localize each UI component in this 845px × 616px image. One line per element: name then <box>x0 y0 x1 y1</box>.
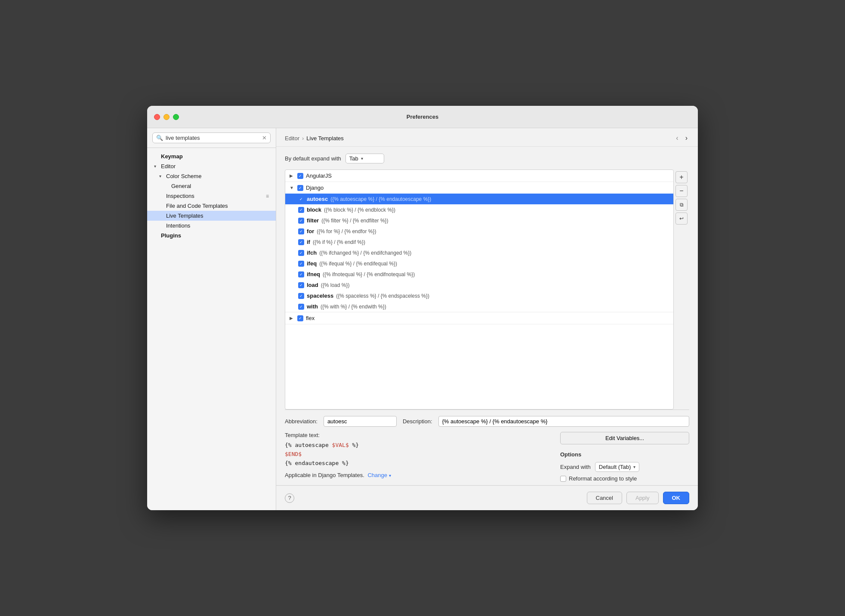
cancel-button[interactable]: Cancel <box>587 492 622 504</box>
expand-with-label: By default expand with <box>285 155 341 162</box>
minimize-button[interactable] <box>163 114 170 120</box>
search-input[interactable] <box>166 135 259 141</box>
template-row-ifneq[interactable]: ifneq ({% ifnotequal %} / {% endifnotequ… <box>285 269 673 280</box>
maximize-button[interactable] <box>173 114 179 120</box>
chevron-icon: ▾ <box>154 164 159 169</box>
close-button[interactable] <box>154 114 160 120</box>
template-row-autoesc[interactable]: autoesc ({% autoescape %} / {% endautoes… <box>285 194 673 204</box>
sidebar-item-label: General <box>171 183 191 189</box>
nav-back-button[interactable]: ‹ <box>674 134 680 142</box>
spaceless-checkbox[interactable] <box>298 293 304 299</box>
sidebar-item-file-code-templates[interactable]: File and Code Templates <box>147 201 276 211</box>
expand-with-options-value: Default (Tab) <box>599 464 631 470</box>
angularjs-group-header[interactable]: ▶ AngularJS <box>285 170 673 182</box>
template-list-actions: + − ⧉ ↩ <box>674 169 689 410</box>
expand-with-select[interactable]: Tab ▾ <box>345 154 384 163</box>
sidebar-item-keymap[interactable]: Keymap <box>147 151 276 161</box>
spaceless-name: spaceless <box>307 293 333 299</box>
search-bar: 🔍 ✕ <box>147 128 276 148</box>
ifneq-checkbox[interactable] <box>298 271 304 277</box>
block-desc: ({% block %} / {% endblock %}) <box>324 207 395 213</box>
sidebar-item-editor[interactable]: ▾ Editor <box>147 161 276 171</box>
abbreviation-label: Abbreviation: <box>285 418 318 425</box>
ifeq-name: ifeq <box>307 260 317 267</box>
nav-forward-button[interactable]: › <box>684 134 689 142</box>
sidebar-item-label: Inspections <box>166 193 194 199</box>
template-row-with[interactable]: with ({% with %} / {% endwith %}) <box>285 301 673 312</box>
template-row-filter[interactable]: filter ({% filter %} / {% endfilter %}) <box>285 215 673 226</box>
template-row-ifeq[interactable]: ifeq ({% ifequal %} / {% endifequal %}) <box>285 258 673 269</box>
template-row-for[interactable]: for ({% for %} / {% endfor %}) <box>285 226 673 237</box>
sidebar-item-live-templates[interactable]: Live Templates <box>147 211 276 221</box>
code-text: {% autoescape <box>285 442 332 448</box>
breadcrumb-current: Live Templates <box>306 135 343 142</box>
search-input-wrap[interactable]: 🔍 ✕ <box>152 132 271 143</box>
chevron-right-icon: ▶ <box>290 173 295 178</box>
applicable-label: Applicable in Django Templates. <box>285 472 364 478</box>
change-link[interactable]: Change ▾ <box>367 472 391 478</box>
reformat-label: Reformat according to style <box>569 475 637 482</box>
for-checkbox[interactable] <box>298 228 304 234</box>
ifch-name: ifch <box>307 249 317 256</box>
main-content: 🔍 ✕ Keymap ▾ Editor ▾ <box>147 128 698 510</box>
with-checkbox[interactable] <box>298 304 304 310</box>
chevron-down-icon: ▾ <box>389 473 391 478</box>
ok-button[interactable]: OK <box>663 492 690 504</box>
title-bar: Preferences <box>147 106 698 128</box>
ifneq-name: ifneq <box>307 271 320 277</box>
expand-with-options-label: Expand with <box>560 464 591 470</box>
expand-with-value: Tab <box>349 155 358 162</box>
breadcrumb-separator: › <box>302 135 304 142</box>
copy-template-button[interactable]: ⧉ <box>675 199 688 211</box>
template-row-ifch[interactable]: ifch ({% ifchanged %} / {% endifchanged … <box>285 247 673 258</box>
template-list-area: ▶ AngularJS ▼ Django <box>285 169 689 410</box>
django-group-header[interactable]: ▼ Django <box>285 182 673 194</box>
abbreviation-input[interactable] <box>324 416 397 427</box>
flex-group-header[interactable]: ▶ flex <box>285 312 673 324</box>
expand-with-options-select[interactable]: Default (Tab) ▾ <box>595 462 639 472</box>
template-row-spaceless[interactable]: spaceless ({% spaceless %} / {% endspace… <box>285 290 673 301</box>
help-button[interactable]: ? <box>285 493 294 503</box>
reformat-checkbox[interactable] <box>560 476 566 482</box>
ifch-checkbox[interactable] <box>298 250 304 256</box>
for-name: for <box>307 228 314 234</box>
ifeq-checkbox[interactable] <box>298 261 304 267</box>
breadcrumb: Editor › Live Templates <box>285 135 344 142</box>
chevron-icon: ▾ <box>159 174 164 179</box>
sidebar-item-intentions[interactable]: Intentions <box>147 221 276 231</box>
reformat-row: Reformat according to style <box>560 475 689 482</box>
description-input[interactable] <box>438 416 689 427</box>
if-checkbox[interactable] <box>298 239 304 245</box>
template-row-load[interactable]: load ({% load %}) <box>285 280 673 290</box>
block-checkbox[interactable] <box>298 207 304 213</box>
sidebar-item-general[interactable]: General <box>147 181 276 191</box>
edit-icon: ≡ <box>266 193 269 199</box>
edit-variables-button[interactable]: Edit Variables... <box>560 432 689 444</box>
django-checkbox[interactable] <box>297 185 303 191</box>
apply-button[interactable]: Apply <box>626 492 659 504</box>
autoesc-checkbox[interactable] <box>298 196 304 202</box>
sidebar-item-plugins[interactable]: Plugins <box>147 231 276 240</box>
chevron-down-icon: ▾ <box>633 465 635 469</box>
traffic-lights <box>154 114 179 120</box>
filter-checkbox[interactable] <box>298 218 304 224</box>
with-desc: ({% with %} / {% endwith %}) <box>321 304 386 310</box>
angularjs-checkbox[interactable] <box>297 173 303 179</box>
template-row-if[interactable]: if ({% if %} / {% endif %}) <box>285 237 673 247</box>
template-group-django: ▼ Django autoesc ({% autoescape %} / {% … <box>285 182 673 312</box>
code-variable-end: $END$ <box>285 451 302 457</box>
remove-template-button[interactable]: − <box>675 185 688 197</box>
template-code-line1: {% autoescape $VAL$ %} <box>285 441 552 450</box>
sidebar-item-inspections[interactable]: Inspections ≡ <box>147 191 276 201</box>
flex-checkbox[interactable] <box>297 315 303 321</box>
action-buttons: Cancel Apply OK <box>587 492 690 504</box>
load-checkbox[interactable] <box>298 282 304 288</box>
window-title: Preferences <box>407 114 438 120</box>
sidebar-item-label: Color Scheme <box>166 173 201 179</box>
revert-template-button[interactable]: ↩ <box>675 213 688 225</box>
search-clear-button[interactable]: ✕ <box>262 135 267 141</box>
template-row-block[interactable]: block ({% block %} / {% endblock %}) <box>285 204 673 215</box>
sidebar-item-color-scheme[interactable]: ▾ Color Scheme <box>147 171 276 181</box>
add-template-button[interactable]: + <box>675 171 688 183</box>
nav-arrows: ‹ › <box>674 134 689 142</box>
